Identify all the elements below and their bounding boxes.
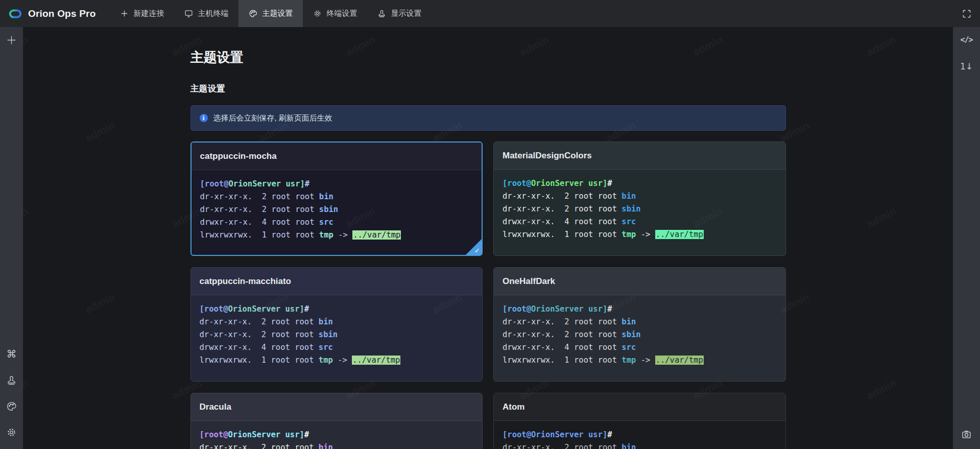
terminal-text: sbin bbox=[622, 204, 640, 214]
terminal-preview: [root@OrionServer usr]#dr-xr-xr-x. 2 roo… bbox=[494, 295, 785, 373]
theme-card-title: catppuccin-macchiato bbox=[191, 268, 483, 295]
watermark-text: admin bbox=[83, 291, 117, 316]
theme-card-Dracula[interactable]: Dracula[root@OrionServer usr]#dr-xr-xr-x… bbox=[190, 393, 483, 449]
palette-icon bbox=[249, 9, 257, 18]
terminal-text: -> bbox=[333, 230, 352, 240]
terminal-text: bin bbox=[319, 317, 333, 326]
theme-card-title: catppuccin-mocha bbox=[192, 143, 482, 170]
sort-lines-icon[interactable]: 1↓ bbox=[961, 61, 972, 72]
watermark-text: admin bbox=[23, 376, 30, 401]
theme-card-OneHalfDark[interactable]: OneHalfDark[root@OrionServer usr]#dr-xr-… bbox=[493, 267, 786, 382]
terminal-text: dr-xr-xr-x. 2 root root bbox=[200, 317, 319, 326]
terminal-text: [root@ bbox=[503, 430, 531, 439]
monitor-icon bbox=[184, 9, 193, 18]
code-icon[interactable]: </> bbox=[961, 34, 972, 45]
terminal-text: dr-xr-xr-x. 2 root root bbox=[200, 205, 319, 214]
terminal-line: lrwxrwxrwx. 1 root root tmp -> ../var/tm… bbox=[503, 228, 777, 241]
terminal-text: lrwxrwxrwx. 1 root root bbox=[503, 230, 622, 239]
terminal-line: dr-xr-xr-x. 2 root root bin bbox=[200, 191, 473, 203]
theme-card-MaterialDesignColors[interactable]: MaterialDesignColors[root@OrionServer us… bbox=[493, 141, 786, 256]
terminal-text: lrwxrwxrwx. 1 root root bbox=[503, 356, 622, 365]
terminal-text: [root@ bbox=[200, 179, 229, 188]
terminal-text: sbin bbox=[622, 330, 640, 339]
orion-logo-icon bbox=[7, 6, 23, 22]
terminal-text: [root@ bbox=[200, 304, 228, 314]
add-icon[interactable] bbox=[6, 34, 17, 45]
theme-card-Atom[interactable]: Atom[root@OrionServer usr]#dr-xr-xr-x. 2… bbox=[493, 393, 786, 449]
terminal-text: # bbox=[305, 179, 309, 188]
layout: ⌘ 主题设置 主题设置 i 选择后会立刻保存, 刷新页面后生效 catppucc… bbox=[0, 27, 980, 449]
tab-terminal-settings[interactable]: 终端设置 bbox=[303, 0, 367, 27]
terminal-text: OrionServer usr] bbox=[531, 304, 607, 314]
terminal-text: dr-xr-xr-x. 2 root root bbox=[503, 204, 622, 214]
tab-label: 主题设置 bbox=[262, 9, 293, 18]
stamp-icon[interactable] bbox=[6, 374, 17, 386]
terminal-text: src bbox=[622, 217, 636, 226]
terminal-line: dr-xr-xr-x. 2 root root sbin bbox=[200, 203, 473, 216]
terminal-text: -> bbox=[636, 356, 655, 365]
terminal-text: # bbox=[304, 430, 309, 439]
tab-label: 终端设置 bbox=[326, 9, 357, 18]
terminal-text: bin bbox=[622, 192, 636, 201]
command-icon[interactable]: ⌘ bbox=[6, 348, 17, 360]
terminal-prompt-line: [root@OrionServer usr]# bbox=[503, 429, 777, 441]
theme-card-title: OneHalfDark bbox=[494, 268, 785, 295]
tab-host-terminal[interactable]: 主机终端 bbox=[174, 0, 238, 27]
theme-card-title: MaterialDesignColors bbox=[494, 142, 785, 170]
nav-tabs: 新建连接 主机终端 主题设置 终端设置 显示设置 bbox=[110, 0, 432, 27]
terminal-text: [root@ bbox=[200, 430, 228, 439]
terminal-text: dr-xr-xr-x. 2 root root bbox=[200, 330, 319, 339]
terminal-text: lrwxrwxrwx. 1 root root bbox=[200, 230, 319, 240]
terminal-text: tmp bbox=[319, 230, 333, 240]
terminal-text: OrionServer usr] bbox=[531, 430, 607, 439]
symlink-target: ../var/tmp bbox=[655, 356, 704, 365]
terminal-text: OrionServer usr] bbox=[228, 304, 304, 314]
terminal-line: dr-xr-xr-x. 2 root root sbin bbox=[200, 328, 474, 341]
tab-theme-settings[interactable]: 主题设置 bbox=[238, 0, 303, 27]
terminal-line: drwxr-xr-x. 4 root root src bbox=[503, 341, 777, 354]
terminal-text: dr-xr-xr-x. 2 root root bbox=[503, 330, 622, 339]
selected-check-icon: ✓ bbox=[474, 247, 480, 254]
gear-icon[interactable] bbox=[6, 427, 17, 438]
terminal-text: src bbox=[319, 343, 333, 352]
terminal-text: OrionServer usr] bbox=[228, 430, 304, 439]
terminal-line: dr-xr-xr-x. 2 root root bin bbox=[200, 316, 474, 328]
section-title: 主题设置 bbox=[190, 83, 786, 94]
terminal-text: bin bbox=[319, 443, 333, 449]
terminal-line: dr-xr-xr-x. 2 root root bin bbox=[503, 441, 777, 449]
page-title: 主题设置 bbox=[190, 49, 786, 66]
info-icon: i bbox=[200, 114, 208, 122]
theme-card-catppuccin-macchiato[interactable]: catppuccin-macchiato[root@OrionServer us… bbox=[190, 267, 483, 382]
watermark-text: admin bbox=[865, 33, 898, 58]
terminal-line: drwxr-xr-x. 4 root root src bbox=[503, 216, 777, 228]
watermark-text: admin bbox=[865, 205, 898, 230]
terminal-text: # bbox=[607, 179, 612, 188]
watermark-text: admin bbox=[865, 376, 898, 401]
watermark-text: admin bbox=[23, 205, 30, 230]
terminal-text: bin bbox=[622, 443, 636, 449]
terminal-line: dr-xr-xr-x. 2 root root sbin bbox=[503, 203, 777, 216]
fullscreen-icon[interactable] bbox=[962, 9, 972, 19]
terminal-preview: [root@OrionServer usr]#dr-xr-xr-x. 2 roo… bbox=[494, 421, 785, 449]
tab-label: 新建连接 bbox=[133, 9, 164, 18]
tab-label: 主机终端 bbox=[198, 9, 228, 18]
palette-icon[interactable] bbox=[6, 400, 17, 412]
main-content: 主题设置 主题设置 i 选择后会立刻保存, 刷新页面后生效 catppuccin… bbox=[23, 27, 953, 449]
terminal-prompt-line: [root@OrionServer usr]# bbox=[503, 177, 777, 190]
terminal-text: # bbox=[607, 430, 612, 439]
terminal-text: dr-xr-xr-x. 2 root root bbox=[503, 317, 622, 326]
plus-icon bbox=[120, 9, 129, 18]
stamp-icon bbox=[377, 9, 386, 18]
brand: Orion Ops Pro bbox=[0, 6, 110, 22]
tab-display-settings[interactable]: 显示设置 bbox=[367, 0, 432, 27]
camera-icon[interactable] bbox=[961, 429, 972, 440]
terminal-text: OrionServer usr] bbox=[229, 179, 305, 188]
tab-new-connection[interactable]: 新建连接 bbox=[110, 0, 174, 27]
terminal-text: drwxr-xr-x. 4 root root bbox=[200, 218, 319, 227]
watermark-text: admin bbox=[23, 33, 30, 58]
terminal-line: dr-xr-xr-x. 2 root root sbin bbox=[503, 328, 777, 341]
terminal-prompt-line: [root@OrionServer usr]# bbox=[200, 303, 474, 316]
terminal-line: drwxr-xr-x. 4 root root src bbox=[200, 216, 473, 229]
gear-icon bbox=[313, 9, 322, 18]
theme-card-catppuccin-mocha[interactable]: catppuccin-mocha[root@OrionServer usr]#d… bbox=[190, 141, 483, 256]
